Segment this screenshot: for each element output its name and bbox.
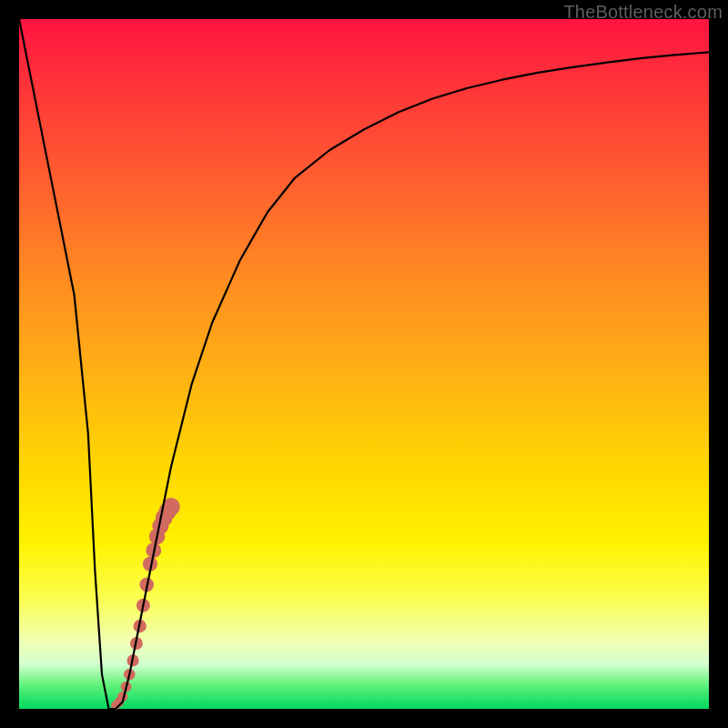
chart-frame: TheBottleneck.com — [0, 0, 728, 728]
chart-svg — [19, 19, 709, 709]
watermark-text: TheBottleneck.com — [563, 2, 723, 23]
plot-area — [19, 19, 709, 709]
marker-dots-group — [111, 498, 180, 710]
bottleneck-curve-line — [19, 19, 709, 709]
